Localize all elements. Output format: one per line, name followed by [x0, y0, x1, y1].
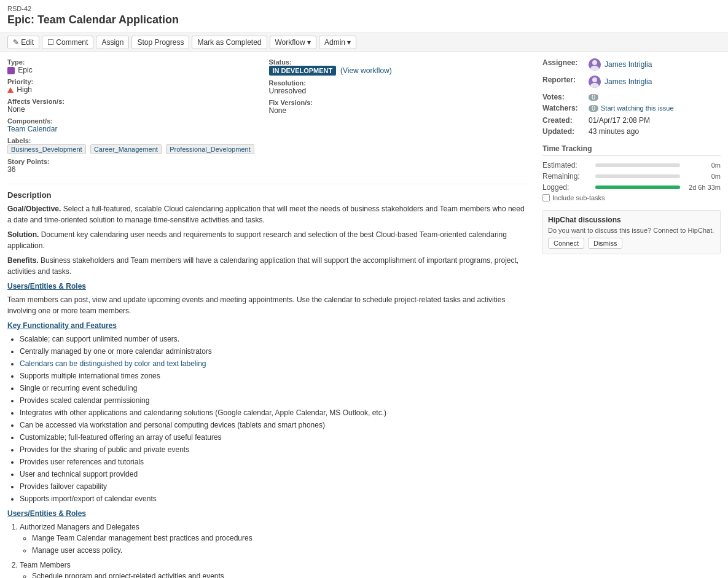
meta-left: Type: Epic Priority: High	[7, 58, 269, 178]
list-item: Supports multiple international times zo…	[20, 370, 530, 381]
votes-label: Votes:	[542, 93, 589, 101]
users-text: Team members can post, view and update u…	[7, 294, 530, 316]
votes-value: 0	[589, 93, 598, 101]
view-workflow-link[interactable]: (View workflow)	[340, 66, 392, 75]
include-subtasks-label: Include sub-tasks	[552, 194, 605, 201]
edit-button[interactable]: ✎ Edit	[7, 36, 39, 49]
list-item: Provides user references and tutorials	[20, 456, 530, 467]
list-item: Calendars can be distinguished by color …	[20, 358, 530, 369]
workflow-button[interactable]: Workflow ▾	[270, 36, 316, 49]
fix-version-value: None	[269, 106, 531, 115]
logged-label: Logged:	[542, 183, 592, 192]
created-label: Created:	[542, 116, 589, 125]
component-label: Component/s:	[7, 117, 269, 125]
created-value: 01/Apr/17 2:08 PM	[589, 116, 650, 125]
type-label: Type:	[7, 58, 269, 66]
issue-id: RSD-42	[7, 5, 721, 12]
reporter-row: Reporter: James Intriglia	[542, 76, 721, 90]
status-label: Status:	[269, 58, 531, 66]
page-wrapper: RSD-42 Epic: Team Calendar Application ✎…	[0, 0, 728, 578]
sub-list: Mange Team Calendar management best prac…	[20, 533, 530, 556]
reporter-label: Reporter:	[542, 76, 589, 90]
time-tracking-title: Time Tracking	[542, 144, 721, 156]
estimated-bar	[595, 163, 680, 167]
remaining-label: Remaining:	[542, 172, 592, 181]
hipchat-text: Do you want to discuss this issue? Conne…	[548, 227, 715, 234]
calendars-link[interactable]: Calendars can be distinguished by color …	[20, 359, 206, 368]
resolution-label: Resolution:	[269, 79, 531, 87]
users-entities-link-1[interactable]: Users/Entities & Roles	[7, 281, 530, 292]
watchers-badge[interactable]: 0	[589, 105, 598, 112]
list-item: Integrates with other applications and c…	[20, 407, 530, 418]
reporter-name[interactable]: James Intriglia	[605, 77, 652, 86]
include-subtasks-checkbox[interactable]	[542, 194, 550, 201]
resolution-value: Unresolved	[269, 87, 531, 95]
include-subtasks-row[interactable]: Include sub-tasks	[542, 194, 721, 201]
admin-button[interactable]: Admin ▾	[319, 36, 356, 49]
description-title: Description	[7, 190, 530, 200]
priority-label: Priority:	[7, 78, 269, 85]
goal-paragraph: Goal/Objective. Select a full-featured, …	[7, 203, 530, 225]
label-career[interactable]: Career_Management	[90, 144, 162, 154]
solution-paragraph: Solution. Document key calendaring user …	[7, 229, 530, 251]
reporter-avatar	[589, 76, 601, 88]
dismiss-button[interactable]: Dismiss	[588, 238, 623, 249]
labels-label: Labels:	[7, 137, 269, 144]
assignee-name[interactable]: James Intriglia	[605, 60, 652, 69]
svg-point-4	[592, 77, 597, 82]
list-item: Supports import/export of calendar event…	[20, 493, 530, 504]
goal-label: Goal/Objective.	[7, 205, 61, 213]
component-value: Team Calendar	[7, 125, 269, 133]
header: RSD-42 Epic: Team Calendar Application	[0, 0, 728, 33]
comment-button[interactable]: ☐ Comment	[42, 36, 93, 49]
estimated-value: 0m	[684, 162, 721, 169]
created-row: Created: 01/Apr/17 2:08 PM	[542, 116, 721, 125]
svg-point-1	[592, 60, 597, 65]
affects-value: None	[7, 105, 269, 114]
component-link[interactable]: Team Calendar	[7, 125, 57, 133]
label-business[interactable]: Business_Development	[7, 144, 86, 154]
stop-progress-button[interactable]: Stop Progress	[131, 36, 189, 49]
description-body: Goal/Objective. Select a full-featured, …	[7, 203, 530, 578]
list-item: Provides for the sharing of public and p…	[20, 444, 530, 455]
assign-button[interactable]: Assign	[96, 36, 129, 49]
main-content: Type: Epic Priority: High	[0, 52, 728, 578]
estimated-row: Estimated: 0m	[542, 161, 721, 170]
list-item: Centrally managed by one or more calenda…	[20, 346, 530, 357]
assignee-row: Assignee: James Intriglia	[542, 58, 721, 73]
assignee-avatar	[589, 58, 601, 71]
type-row: Type: Epic	[7, 58, 269, 74]
key-functionality-list: Scalable; can support unlimited number o…	[7, 334, 530, 504]
story-points-row: Story Points: 36	[7, 158, 269, 174]
list-item: Single or recurring event scheduling	[20, 383, 530, 394]
reporter-value: James Intriglia	[589, 76, 652, 90]
logged-bar-fill	[595, 186, 680, 189]
users-entities-link-2[interactable]: Users/Entities & Roles	[7, 508, 530, 519]
avatar-icon	[589, 58, 601, 71]
reporter-person: James Intriglia	[589, 76, 652, 88]
votes-badge[interactable]: 0	[589, 94, 598, 101]
watchers-value: 0 Start watching this issue	[589, 104, 674, 112]
people-section: Assignee: James Intriglia	[542, 58, 721, 136]
toolbar: ✎ Edit ☐ Comment Assign Stop Progress Ma…	[0, 33, 728, 52]
mark-completed-button[interactable]: Mark as Completed	[192, 36, 267, 49]
hipchat-title: HipChat discussions	[548, 216, 715, 224]
benefits-label: Benefits.	[7, 256, 39, 265]
list-item: Authorized Managers and Delegates Mange …	[20, 521, 530, 556]
updated-value: 43 minutes ago	[589, 127, 639, 136]
labels-value: Business_Development Career_Management P…	[7, 144, 269, 154]
sub-list: Schedule program and project-related act…	[20, 571, 530, 578]
assignee-label: Assignee:	[542, 58, 589, 73]
list-item: Manage user access policy.	[32, 545, 530, 556]
watchers-label: Watchers:	[542, 104, 589, 112]
priority-icon	[7, 87, 14, 93]
status-row: Status: IN DEVELOPMENT (View workflow)	[269, 58, 531, 76]
logged-value: 2d 6h 33m	[684, 184, 721, 191]
list-item: Provides scaled calendar permissioning	[20, 395, 530, 406]
label-professional[interactable]: Professional_Development	[166, 144, 254, 154]
priority-value: High	[7, 85, 269, 94]
watchers-row: Watchers: 0 Start watching this issue	[542, 104, 721, 112]
key-functionality-link[interactable]: Key Functionality and Features	[7, 320, 530, 331]
connect-button[interactable]: Connect	[548, 238, 584, 249]
start-watching-link[interactable]: Start watching this issue	[601, 104, 674, 112]
